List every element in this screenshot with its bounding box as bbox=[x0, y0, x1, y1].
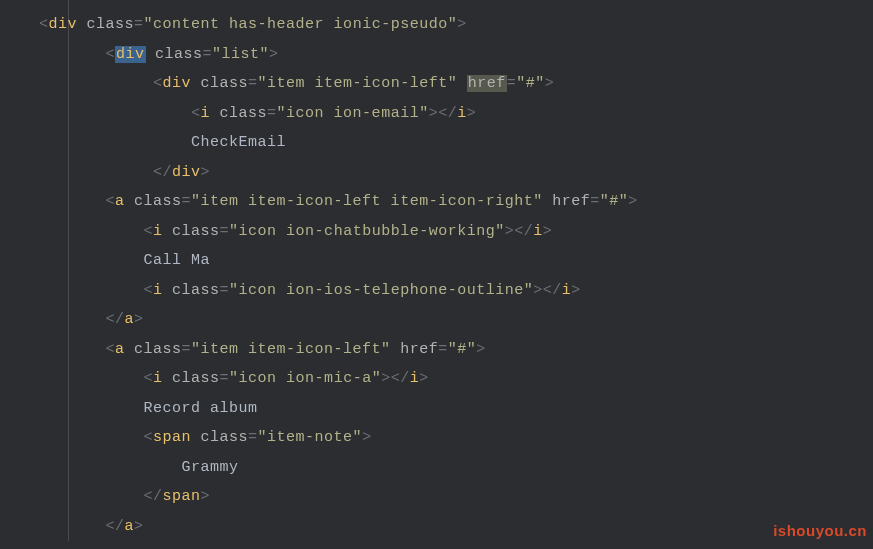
code-line[interactable]: CheckEmail bbox=[20, 128, 873, 158]
code-line[interactable]: <i class=″icon ion-ios-telephone-outline… bbox=[20, 276, 873, 306]
code-line[interactable]: <i class=″icon ion-mic-a″></i> bbox=[20, 364, 873, 394]
code-line[interactable]: </a> bbox=[20, 305, 873, 335]
code-line[interactable]: <i class=″icon ion-email″></i> bbox=[20, 99, 873, 129]
code-line[interactable]: <i class=″icon ion-chatbubble-working″><… bbox=[20, 217, 873, 247]
code-line[interactable]: <a class=″item item-icon-left″ href=″#″> bbox=[20, 335, 873, 365]
code-line[interactable]: </span> bbox=[20, 482, 873, 512]
code-line[interactable]: <div class=″content has-header ionic-pse… bbox=[20, 10, 873, 40]
code-line[interactable]: Record album bbox=[20, 394, 873, 424]
code-line[interactable]: <a class=″item item-icon-left item-icon-… bbox=[20, 187, 873, 217]
code-line[interactable]: </a> bbox=[20, 512, 873, 542]
code-line[interactable]: </div> bbox=[20, 158, 873, 188]
watermark: ishouyou.cn bbox=[773, 516, 867, 546]
code-line[interactable]: <div class=″item item-icon-left″ href=″#… bbox=[20, 69, 873, 99]
code-line[interactable]: Grammy bbox=[20, 453, 873, 483]
code-line[interactable]: <div class=″list″> bbox=[20, 40, 873, 70]
code-line[interactable]: <span class=″item-note″> bbox=[20, 423, 873, 453]
code-line[interactable]: Call Ma bbox=[20, 246, 873, 276]
code-editor[interactable]: <div class=″content has-header ionic-pse… bbox=[0, 0, 873, 541]
